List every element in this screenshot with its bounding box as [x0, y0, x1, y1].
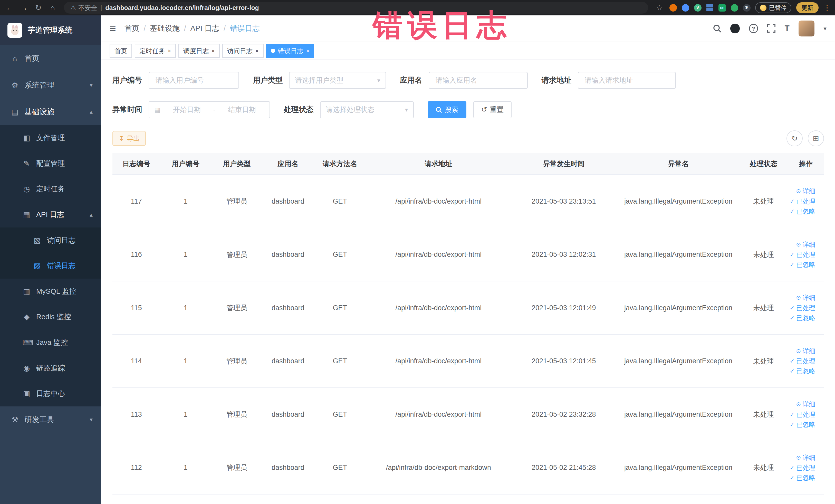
close-icon[interactable]: ×: [306, 48, 309, 54]
eye-icon: ⊙: [796, 188, 801, 195]
sidebar-item-redis-monitor[interactable]: ◆ Redis 监控: [0, 304, 101, 330]
cell-method: GET: [313, 441, 367, 494]
processed-link[interactable]: ✓已处理: [790, 410, 815, 419]
sidebar-item-scheduled-tasks[interactable]: ◷ 定时任务: [0, 176, 101, 202]
ignored-link[interactable]: ✓已忽略: [790, 314, 815, 322]
detail-link[interactable]: ⊙详细: [796, 240, 815, 249]
error-log-table: 日志编号 用户编号 用户类型 应用名 请求方法名 请求地址 异常发生时间 异常名…: [113, 153, 824, 495]
breadcrumb-api-logs[interactable]: API 日志: [190, 23, 220, 34]
detail-link[interactable]: ⊙详细: [796, 400, 815, 408]
chevron-down-icon: ▾: [405, 106, 408, 113]
request-url-input[interactable]: [578, 72, 676, 89]
sidebar-item-config-management[interactable]: ✎ 配置管理: [0, 151, 101, 176]
detail-link[interactable]: ⊙详细: [796, 187, 815, 195]
search-button[interactable]: 搜索: [428, 101, 466, 118]
processed-label: 已处理: [796, 197, 815, 206]
ignored-link[interactable]: ✓已忽略: [790, 420, 815, 429]
breadcrumb-home[interactable]: 首页: [124, 23, 139, 34]
reset-button[interactable]: ↺ 重置: [473, 101, 512, 118]
detail-link[interactable]: ⊙详细: [796, 453, 815, 462]
exception-time-range-picker[interactable]: ▦ 开始日期 - 结束日期: [149, 101, 270, 118]
tab-schedule-log[interactable]: 调度日志 ×: [178, 44, 220, 58]
user-id-input[interactable]: [149, 72, 239, 89]
sidebar-item-label: Java 监控: [36, 338, 68, 347]
extension-icon-on[interactable]: on: [718, 4, 726, 12]
browser-menu-icon[interactable]: ⋮: [823, 3, 831, 12]
sidebar-item-mysql-monitor[interactable]: ▥ MySQL 监控: [0, 279, 101, 304]
process-status-select[interactable]: 请选择处理状态 ▾: [320, 101, 414, 118]
font-size-icon[interactable]: T: [785, 24, 790, 33]
sidebar-item-access-log[interactable]: ▧ 访问日志: [0, 227, 101, 253]
browser-update-button[interactable]: 更新: [796, 2, 819, 13]
process-status-label: 处理状态: [284, 104, 314, 115]
table-row: 113 1 管理员 dashboard GET /api/infra/db-do…: [113, 388, 824, 441]
sidebar-item-home[interactable]: ⌂ 首页: [0, 45, 101, 72]
date-separator: -: [213, 106, 216, 114]
sidebar-item-infrastructure[interactable]: ▤ 基础设施 ▴: [0, 99, 101, 125]
tab-access-log[interactable]: 访问日志 ×: [222, 44, 263, 58]
sidebar-item-java-monitor[interactable]: ⌨ Java 监控: [0, 330, 101, 355]
processed-link[interactable]: ✓已处理: [790, 304, 815, 312]
refresh-button[interactable]: ↻: [787, 130, 802, 146]
processed-link[interactable]: ✓已处理: [790, 250, 815, 259]
extension-icon-vue[interactable]: V: [694, 4, 701, 12]
column-settings-button[interactable]: ⊞: [808, 130, 824, 146]
breadcrumb-infrastructure[interactable]: 基础设施: [150, 23, 180, 34]
github-icon[interactable]: [730, 24, 740, 33]
search-icon[interactable]: [713, 24, 721, 33]
sidebar-toggle-icon[interactable]: ≡: [109, 23, 116, 34]
sidebar-item-system-management[interactable]: ⚙ 系统管理 ▾: [0, 72, 101, 99]
close-icon[interactable]: ×: [168, 48, 171, 54]
avatar-caret-down-icon[interactable]: ▾: [823, 25, 826, 32]
cell-app-name: dashboard: [263, 388, 313, 441]
sidebar-item-link-tracing[interactable]: ◉ 链路追踪: [0, 355, 101, 381]
ignored-link[interactable]: ✓已忽略: [790, 260, 815, 269]
processed-link[interactable]: ✓已处理: [790, 197, 815, 206]
ignored-link[interactable]: ✓已忽略: [790, 473, 815, 482]
processed-link[interactable]: ✓已处理: [790, 357, 815, 365]
ignored-link[interactable]: ✓已忽略: [790, 367, 815, 375]
close-icon[interactable]: ×: [256, 48, 259, 54]
extension-icon-orange[interactable]: [669, 4, 677, 12]
sidebar-item-error-log[interactable]: ▨ 错误日志: [0, 253, 101, 279]
sidebar-item-api-logs[interactable]: ▦ API 日志 ▴: [0, 202, 101, 227]
cell-exception-name: java.lang.IllegalArgumentException: [617, 335, 740, 388]
forward-icon[interactable]: →: [19, 4, 29, 12]
sidebar-item-file-management[interactable]: ◧ 文件管理: [0, 125, 101, 151]
paused-badge[interactable]: 已暂停: [755, 2, 791, 13]
bookmark-star-icon[interactable]: ☆: [654, 3, 665, 12]
user-type-select[interactable]: 请选择用户类型 ▾: [289, 72, 386, 89]
extension-icon-paw[interactable]: ✱: [743, 4, 750, 12]
export-button[interactable]: ↧ 导出: [113, 131, 146, 146]
chevron-down-icon: ▾: [90, 416, 93, 423]
processed-link[interactable]: ✓已处理: [790, 463, 815, 472]
extension-icon-leaf[interactable]: [731, 4, 738, 12]
app-name-input[interactable]: [429, 72, 528, 89]
table-header-row: 日志编号 用户编号 用户类型 应用名 请求方法名 请求地址 异常发生时间 异常名…: [113, 153, 824, 175]
detail-link[interactable]: ⊙详细: [796, 347, 815, 355]
fullscreen-icon[interactable]: [767, 24, 775, 33]
sidebar-item-label: 访问日志: [47, 236, 76, 245]
tab-scheduled-tasks[interactable]: 定时任务 ×: [135, 44, 176, 58]
detail-link[interactable]: ⊙详细: [796, 294, 815, 302]
tab-home[interactable]: 首页: [109, 44, 132, 58]
cell-exception-name: java.lang.IllegalArgumentException: [617, 175, 740, 228]
avatar[interactable]: [798, 21, 814, 37]
back-icon[interactable]: ←: [4, 4, 15, 12]
extension-icon-blue[interactable]: [682, 4, 689, 12]
home-icon[interactable]: ⌂: [47, 4, 58, 12]
address-bar[interactable]: ⚠ 不安全 | dashboard.yudao.iocoder.cn/infra…: [64, 2, 648, 14]
col-user-type: 用户类型: [211, 153, 263, 175]
emoji-face-icon: [760, 5, 767, 11]
sidebar-item-dev-tools[interactable]: ⚒ 研发工具 ▾: [0, 406, 101, 433]
logo-rabbit-icon: [7, 23, 22, 38]
logo-bar[interactable]: 芋道管理系统: [0, 15, 101, 45]
sidebar-item-log-center[interactable]: ▣ 日志中心: [0, 381, 101, 406]
cell-exception-time: 2021-05-03 12:01:49: [511, 281, 617, 334]
ignored-link[interactable]: ✓已忽略: [790, 207, 815, 216]
extension-icon-grid[interactable]: [706, 4, 714, 12]
close-icon[interactable]: ×: [211, 48, 215, 54]
tab-error-log[interactable]: 错误日志 ×: [266, 44, 314, 58]
reload-icon[interactable]: ↻: [33, 3, 44, 12]
help-icon[interactable]: ?: [749, 24, 758, 33]
